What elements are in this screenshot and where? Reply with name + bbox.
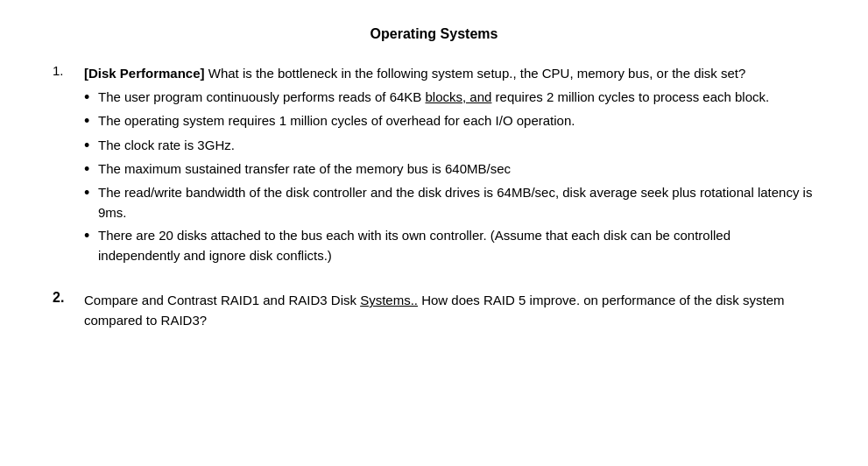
question-2-content: Compare and Contrast RAID1 and RAID3 Dis… bbox=[84, 290, 815, 331]
page-title: Operating Systems bbox=[53, 26, 815, 42]
bullet-text-3: The clock rate is 3GHz. bbox=[98, 135, 815, 155]
bullet-2: • The operating system requires 1 millio… bbox=[84, 110, 815, 132]
bullet-text-2: The operating system requires 1 million … bbox=[98, 110, 815, 131]
question-item-2: 2. Compare and Contrast RAID1 and RAID3 … bbox=[53, 290, 815, 331]
question-2-text-before: Compare and Contrast RAID1 and RAID3 Dis… bbox=[84, 293, 360, 307]
question-number-1: 1. bbox=[53, 63, 84, 78]
bullet-1: • The user program continuously performs… bbox=[84, 87, 815, 109]
question-1-content: [Disk Performance] What is the bottlenec… bbox=[84, 63, 815, 265]
bullet-dot-1: • bbox=[84, 87, 96, 109]
bullet-dot-2: • bbox=[84, 110, 96, 132]
bullet-3: • The clock rate is 3GHz. bbox=[84, 135, 815, 157]
bullet-text-4: The maximum sustained transfer rate of t… bbox=[98, 159, 815, 179]
question-1-header: [Disk Performance] What is the bottlenec… bbox=[84, 63, 815, 83]
bullet-6: • There are 20 disks attached to the bus… bbox=[84, 225, 815, 266]
underline-blocks: blocks, and bbox=[426, 89, 492, 104]
question-1-bold-label: [Disk Performance] bbox=[84, 66, 205, 81]
bullet-dot-5: • bbox=[84, 182, 96, 204]
bullet-dot-3: • bbox=[84, 135, 96, 157]
question-item-1: 1. [Disk Performance] What is the bottle… bbox=[53, 63, 815, 265]
bullet-text-6: There are 20 disks attached to the bus e… bbox=[98, 225, 815, 266]
question-1-header-text: What is the bottleneck in the following … bbox=[208, 66, 746, 81]
question-number-2: 2. bbox=[53, 290, 84, 306]
question-list: 1. [Disk Performance] What is the bottle… bbox=[53, 63, 815, 331]
bullet-dot-6: • bbox=[84, 225, 96, 247]
bullet-5: • The read/write bandwidth of the disk c… bbox=[84, 182, 815, 223]
bullet-4: • The maximum sustained transfer rate of… bbox=[84, 159, 815, 180]
question-2-underline: Systems.. bbox=[360, 293, 418, 307]
bullet-text-1: The user program continuously performs r… bbox=[98, 87, 815, 107]
bullet-dot-4: • bbox=[84, 159, 96, 180]
bullet-text-5: The read/write bandwidth of the disk con… bbox=[98, 182, 815, 223]
